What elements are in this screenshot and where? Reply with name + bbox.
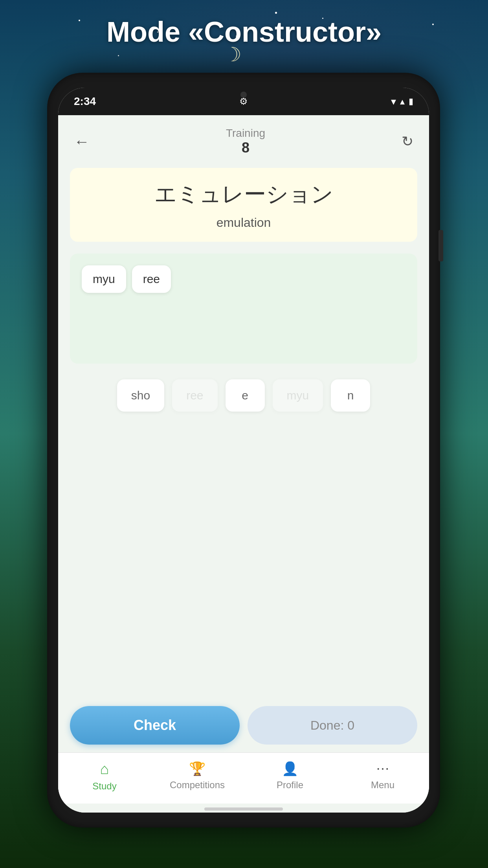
- competitions-label: Competitions: [170, 780, 225, 791]
- answer-tile-1[interactable]: myu: [82, 265, 126, 293]
- training-number: 8: [90, 140, 402, 156]
- option-tile-ree[interactable]: ree: [172, 379, 217, 412]
- gesture-bar: [204, 807, 283, 811]
- profile-icon: 👤: [282, 761, 298, 776]
- options-area: sho ree e myu n: [70, 379, 417, 412]
- training-label: Training: [90, 127, 402, 140]
- done-label: Done:: [310, 718, 347, 732]
- nav-item-profile[interactable]: 👤 Profile: [244, 761, 336, 792]
- star-3: [275, 12, 277, 14]
- bottom-nav: ⌂ Study 🏆 Competitions 👤 Profile ⋯ Menu: [58, 752, 429, 804]
- star-6: [118, 55, 119, 56]
- answer-area: myu ree: [70, 254, 417, 364]
- wifi-icon: ▾: [391, 96, 396, 108]
- answer-tile-2[interactable]: ree: [132, 265, 171, 293]
- option-tile-n[interactable]: n: [331, 379, 370, 412]
- nav-item-menu[interactable]: ⋯ Menu: [336, 761, 429, 792]
- battery-icon: ▮: [409, 96, 413, 107]
- word-card: エミュレーション emulation: [70, 168, 417, 242]
- check-button[interactable]: Check: [70, 706, 240, 745]
- volume-button: [438, 230, 443, 261]
- profile-label: Profile: [277, 780, 303, 791]
- phone-screen: 2:34 ⚙ ▾ ▴ ▮ ← Training 8 ↻ エミュレーション: [58, 88, 429, 813]
- done-button[interactable]: Done: 0: [248, 706, 417, 745]
- refresh-button[interactable]: ↻: [402, 133, 413, 150]
- back-button[interactable]: ←: [74, 133, 90, 151]
- signal-icon: ▴: [400, 96, 405, 107]
- page-title: Mode «Constructor»: [0, 16, 488, 48]
- word-japanese: エミュレーション: [82, 180, 405, 210]
- study-label: Study: [92, 781, 116, 792]
- app-content: ← Training 8 ↻ エミュレーション emulation myu re…: [58, 115, 429, 813]
- word-english: emulation: [82, 215, 405, 230]
- status-time: 2:34: [74, 95, 96, 108]
- phone-frame: 2:34 ⚙ ▾ ▴ ▮ ← Training 8 ↻ エミュレーション: [47, 73, 440, 828]
- menu-label: Menu: [371, 780, 394, 791]
- study-icon: ⌂: [100, 761, 109, 778]
- header-title: Training 8: [90, 127, 402, 156]
- option-tile-myu[interactable]: myu: [273, 379, 323, 412]
- header: ← Training 8 ↻: [58, 115, 429, 164]
- nav-item-study[interactable]: ⌂ Study: [58, 761, 151, 792]
- done-count: 0: [347, 718, 354, 732]
- option-tile-e[interactable]: e: [226, 379, 265, 412]
- menu-icon: ⋯: [376, 761, 389, 776]
- option-tile-sho[interactable]: sho: [117, 379, 164, 412]
- status-icons: ▾ ▴ ▮: [391, 96, 413, 108]
- bottom-buttons: Check Done: 0: [58, 698, 429, 752]
- camera-notch: [240, 92, 247, 98]
- competitions-icon: 🏆: [189, 761, 205, 776]
- nav-item-competitions[interactable]: 🏆 Competitions: [151, 761, 244, 792]
